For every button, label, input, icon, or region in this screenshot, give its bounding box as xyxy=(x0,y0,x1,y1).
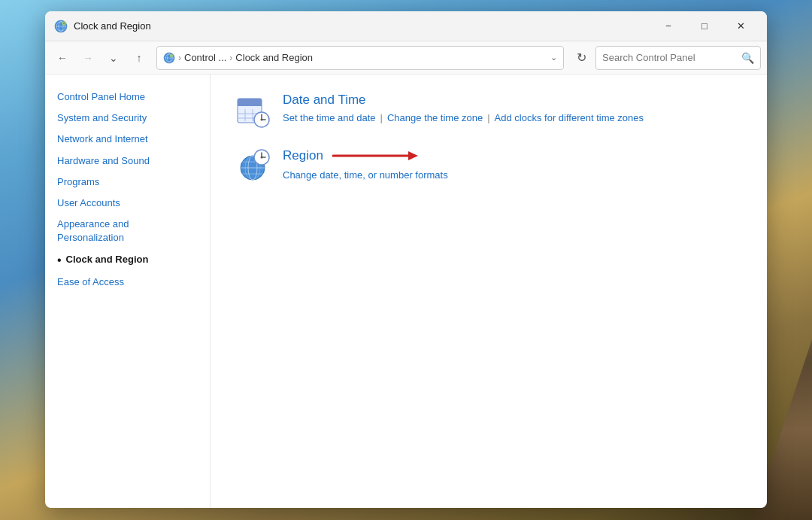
sidebar-link-network-internet[interactable]: Network and Internet xyxy=(57,132,148,146)
window-controls: − □ ✕ xyxy=(651,15,758,38)
date-time-info: Date and Time Set the time and date | Ch… xyxy=(283,93,743,123)
content-item-date-time: Date and Time Set the time and date | Ch… xyxy=(235,93,743,129)
region-arrow xyxy=(329,147,420,165)
set-time-link[interactable]: Set the time and date xyxy=(283,112,376,123)
sidebar-item-hardware-sound[interactable]: Hardware and Sound xyxy=(45,151,210,172)
date-time-links: Set the time and date | Change the time … xyxy=(283,112,743,123)
up-button[interactable]: ↑ xyxy=(128,47,150,69)
back-button[interactable]: ← xyxy=(51,47,74,69)
address-bar: ← → ⌄ ↑ › Control ... › Clock and Region… xyxy=(45,41,767,75)
maximize-button[interactable]: □ xyxy=(687,15,722,38)
main-content: Control Panel Home System and Security N… xyxy=(45,75,767,508)
sidebar-item-appearance[interactable]: Appearance and Personalization xyxy=(45,214,210,248)
sidebar-link-programs[interactable]: Programs xyxy=(57,175,99,189)
svg-rect-14 xyxy=(238,104,262,106)
sidebar-item-programs[interactable]: Programs xyxy=(45,172,210,193)
sidebar-item-user-accounts[interactable]: User Accounts xyxy=(45,193,210,214)
search-input[interactable] xyxy=(602,52,741,63)
path-dropdown-arrow: ⌄ xyxy=(550,53,557,62)
content-area: Date and Time Set the time and date | Ch… xyxy=(211,75,767,508)
svg-point-11 xyxy=(170,54,173,57)
sep2: | xyxy=(487,112,489,123)
dropdown-button[interactable]: ⌄ xyxy=(102,47,125,69)
sidebar-link-hardware-sound[interactable]: Hardware and Sound xyxy=(57,154,150,168)
change-formats-link[interactable]: Change date, time, or number formats xyxy=(283,169,448,181)
search-box[interactable]: 🔍 xyxy=(595,46,761,70)
sidebar-link-control-panel-home[interactable]: Control Panel Home xyxy=(57,90,145,104)
sidebar-item-network-internet[interactable]: Network and Internet xyxy=(45,129,210,150)
add-clocks-link[interactable]: Add clocks for different time zones xyxy=(495,112,644,123)
sidebar-link-appearance[interactable]: Appearance and Personalization xyxy=(57,217,198,245)
search-button[interactable]: 🔍 xyxy=(741,52,754,64)
refresh-button[interactable]: ↻ xyxy=(570,47,592,69)
region-icon xyxy=(235,147,271,183)
path-icon xyxy=(163,52,175,64)
sidebar: Control Panel Home System and Security N… xyxy=(45,75,211,508)
sep1: | xyxy=(380,112,383,123)
sidebar-link-ease-access[interactable]: Ease of Access xyxy=(57,275,124,289)
sidebar-item-clock-region[interactable]: • Clock and Region xyxy=(45,249,210,272)
sidebar-link-system-security[interactable]: System and Security xyxy=(57,111,147,125)
active-bullet: • xyxy=(57,253,62,269)
sidebar-item-system-security[interactable]: System and Security xyxy=(45,108,210,129)
control-panel-window: Clock and Region − □ ✕ ← → ⌄ ↑ › Control… xyxy=(45,11,767,508)
sidebar-item-ease-access[interactable]: Ease of Access xyxy=(45,272,210,293)
path-part2: Clock and Region xyxy=(235,52,313,63)
sidebar-active-label: Clock and Region xyxy=(66,253,149,266)
forward-button[interactable]: → xyxy=(77,47,99,69)
region-title[interactable]: Region xyxy=(283,148,323,163)
sidebar-item-control-panel-home[interactable]: Control Panel Home xyxy=(45,87,210,108)
window-title: Clock and Region xyxy=(74,20,651,32)
sidebar-link-user-accounts[interactable]: User Accounts xyxy=(57,196,120,210)
path-separator-1: › xyxy=(178,53,181,63)
title-bar: Clock and Region − □ ✕ xyxy=(45,11,767,41)
content-item-region: Region Change date, time, or number form… xyxy=(235,147,743,183)
date-time-icon xyxy=(235,93,271,129)
path-separator-2: › xyxy=(229,53,232,63)
close-button[interactable]: ✕ xyxy=(723,15,758,38)
region-info: Region Change date, time, or number form… xyxy=(283,147,743,181)
change-timezone-link[interactable]: Change the time zone xyxy=(387,112,483,123)
minimize-button[interactable]: − xyxy=(651,15,686,38)
path-part1: Control ... xyxy=(184,52,226,63)
svg-marker-34 xyxy=(408,151,418,160)
address-path[interactable]: › Control ... › Clock and Region ⌄ xyxy=(156,46,564,70)
region-links: Change date, time, or number formats xyxy=(283,169,743,181)
date-time-title[interactable]: Date and Time xyxy=(283,93,743,108)
window-icon xyxy=(54,20,68,33)
